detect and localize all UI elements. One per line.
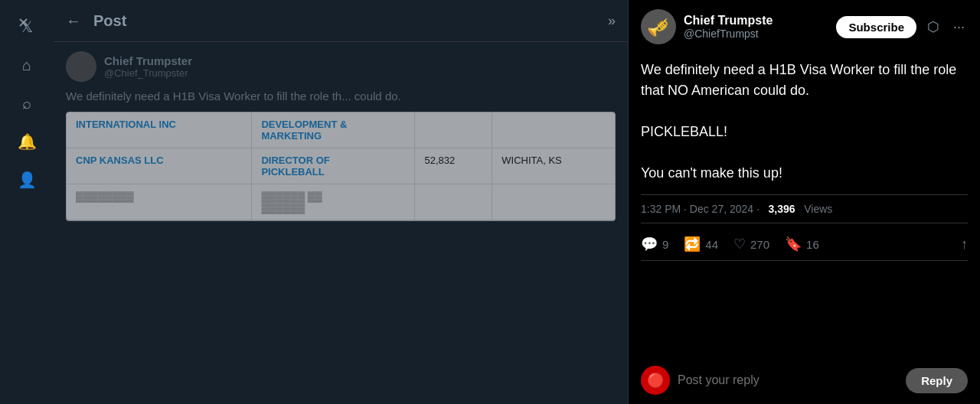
like-count: 270	[750, 238, 769, 251]
reply-button[interactable]: Reply	[906, 368, 968, 393]
table-cell-location-3	[492, 184, 615, 220]
post-header: Chief Trumpster @Chief_Trumpster	[66, 51, 616, 82]
table-cell-location-2: WICHITA, KS	[492, 148, 615, 184]
reply-user-avatar: 🔴	[641, 366, 670, 395]
reply-area: 🔴 Reply	[629, 357, 980, 404]
sidebar-home-icon[interactable]: ⌂	[15, 54, 38, 77]
comment-count: 9	[662, 238, 668, 251]
close-icon: ✕	[18, 15, 29, 31]
table-row: CNP KANSAS LLC DIRECTOR OFPICKLEBALL 52,…	[67, 148, 615, 184]
top-bar: ← Post »	[54, 0, 628, 42]
engagement-bar: 💬 9 🔁 44 ♡ 270 🔖 16 ↑	[641, 228, 968, 261]
like-button[interactable]: ♡ 270	[733, 236, 769, 252]
table-cell-salary-2: 52,832	[415, 148, 492, 184]
right-panel: 🎺 Chief Trumpste @ChiefTrumpst Subscribe…	[628, 0, 980, 404]
post-title: Post	[93, 12, 126, 30]
sidebar: 𝕏 ⌂ ⌕ 🔔 👤	[0, 0, 54, 404]
retweet-icon: 🔁	[684, 236, 701, 252]
post-preview-text: We definitely need a H1B Visa Worker to …	[66, 88, 616, 104]
comment-button[interactable]: 💬 9	[641, 236, 668, 252]
author-handle: @ChiefTrumpst	[684, 28, 828, 40]
sidebar-notifications-icon[interactable]: 🔔	[15, 130, 38, 153]
sidebar-search-icon[interactable]: ⌕	[15, 92, 38, 115]
views-count: 3,396	[769, 203, 795, 215]
close-button[interactable]: ✕	[11, 11, 35, 35]
table-cell-role-3: ▓▓▓▓▓▓ ▓▓▓▓▓▓▓▓	[252, 184, 415, 220]
forward-button[interactable]: »	[608, 13, 616, 29]
timestamp: 1:32 PM · Dec 27, 2024 ·	[641, 203, 760, 215]
bookmark-icon: 🔖	[785, 236, 802, 252]
data-table-wrapper: INTERNATIONAL INC DEVELOPMENT &MARKETING…	[66, 112, 616, 221]
post-author-avatar	[66, 51, 96, 82]
main-post-text: We definitely need a H1B Visa Worker to …	[641, 60, 968, 184]
more-options-button[interactable]: ···	[950, 16, 968, 38]
subscribe-button[interactable]: Subscribe	[836, 16, 916, 38]
table-cell-company-2: CNP KANSAS LLC	[67, 148, 252, 184]
bookmark-count: 16	[806, 238, 819, 251]
bookmark-button[interactable]: 🔖 16	[785, 236, 819, 252]
share-icon-button[interactable]: ⬡	[924, 15, 942, 38]
right-header: 🎺 Chief Trumpste @ChiefTrumpst Subscribe…	[629, 0, 980, 54]
data-table: INTERNATIONAL INC DEVELOPMENT &MARKETING…	[67, 112, 615, 220]
table-cell-company-1: INTERNATIONAL INC	[67, 112, 252, 148]
left-panel: ✕ 𝕏 ⌂ ⌕ 🔔 👤 ← Post » Chief Trumpster @Ch…	[0, 0, 628, 404]
table-row: INTERNATIONAL INC DEVELOPMENT &MARKETING	[67, 112, 615, 148]
table-cell-role-1: DEVELOPMENT &MARKETING	[252, 112, 415, 148]
table-cell-location-1	[492, 112, 615, 148]
back-button[interactable]: ←	[66, 12, 81, 30]
right-content: We definitely need a H1B Visa Worker to …	[629, 54, 980, 357]
author-avatar: 🎺	[641, 9, 676, 44]
table-cell-salary-1	[415, 112, 492, 148]
post-author-name: Chief Trumpster	[104, 54, 192, 67]
reply-input[interactable]	[678, 373, 898, 387]
post-author-handle: @Chief_Trumpster	[104, 67, 192, 79]
comment-icon: 💬	[641, 236, 658, 252]
heart-icon: ♡	[733, 236, 746, 252]
post-area: Chief Trumpster @Chief_Trumpster We defi…	[54, 42, 628, 404]
share-button[interactable]: ↑	[961, 236, 968, 252]
table-cell-role-2: DIRECTOR OFPICKLEBALL	[252, 148, 415, 184]
table-row: ▓▓▓▓▓▓▓▓ ▓▓▓▓▓▓ ▓▓▓▓▓▓▓▓	[67, 184, 615, 220]
post-metadata: 1:32 PM · Dec 27, 2024 · 3,396 Views	[641, 194, 968, 223]
table-cell-salary-3	[415, 184, 492, 220]
retweet-count: 44	[705, 238, 718, 251]
author-name: Chief Trumpste	[684, 14, 828, 28]
table-cell-company-3: ▓▓▓▓▓▓▓▓	[67, 184, 252, 220]
sidebar-profile-icon[interactable]: 👤	[15, 168, 38, 191]
views-label: Views	[804, 203, 832, 215]
retweet-button[interactable]: 🔁 44	[684, 236, 718, 252]
author-info: Chief Trumpste @ChiefTrumpst	[684, 14, 828, 40]
